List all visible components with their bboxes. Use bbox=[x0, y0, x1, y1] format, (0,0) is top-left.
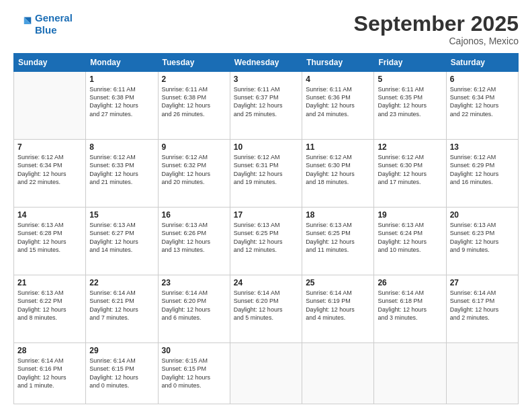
calendar-header: SundayMondayTuesdayWednesdayThursdayFrid… bbox=[14, 54, 519, 72]
month-title: September 2025 bbox=[354, 12, 519, 36]
day-number: 23 bbox=[162, 278, 226, 287]
day-number: 4 bbox=[306, 75, 370, 84]
calendar-cell: 16Sunrise: 6:13 AM Sunset: 6:26 PM Dayli… bbox=[158, 208, 230, 275]
calendar-cell: 19Sunrise: 6:13 AM Sunset: 6:24 PM Dayli… bbox=[374, 208, 446, 275]
cell-info: Sunrise: 6:14 AM Sunset: 6:15 PM Dayligh… bbox=[89, 357, 154, 390]
logo-icon bbox=[13, 15, 32, 34]
calendar-cell: 25Sunrise: 6:14 AM Sunset: 6:19 PM Dayli… bbox=[302, 275, 374, 343]
day-number: 18 bbox=[306, 210, 370, 220]
day-number: 7 bbox=[17, 142, 82, 152]
day-number: 15 bbox=[89, 210, 154, 220]
calendar-cell: 2Sunrise: 6:11 AM Sunset: 6:38 PM Daylig… bbox=[158, 72, 230, 140]
calendar-cell: 24Sunrise: 6:14 AM Sunset: 6:20 PM Dayli… bbox=[230, 275, 302, 343]
cell-info: Sunrise: 6:13 AM Sunset: 6:28 PM Dayligh… bbox=[17, 221, 82, 254]
day-number: 16 bbox=[162, 210, 226, 220]
weekday-header-tuesday: Tuesday bbox=[158, 54, 230, 72]
calendar-cell: 22Sunrise: 6:14 AM Sunset: 6:21 PM Dayli… bbox=[86, 275, 158, 343]
cell-info: Sunrise: 6:11 AM Sunset: 6:38 PM Dayligh… bbox=[162, 85, 226, 118]
calendar-cell: 30Sunrise: 6:15 AM Sunset: 6:15 PM Dayli… bbox=[158, 343, 230, 404]
cell-info: Sunrise: 6:14 AM Sunset: 6:17 PM Dayligh… bbox=[450, 289, 515, 322]
day-number: 1 bbox=[89, 75, 154, 84]
day-number: 21 bbox=[17, 278, 82, 287]
calendar-cell: 11Sunrise: 6:12 AM Sunset: 6:30 PM Dayli… bbox=[302, 140, 374, 208]
day-number: 8 bbox=[89, 142, 154, 152]
day-number: 2 bbox=[162, 75, 226, 84]
calendar-cell: 12Sunrise: 6:12 AM Sunset: 6:30 PM Dayli… bbox=[374, 140, 446, 208]
calendar-cell: 21Sunrise: 6:13 AM Sunset: 6:22 PM Dayli… bbox=[14, 275, 86, 343]
day-number: 19 bbox=[378, 210, 442, 220]
calendar-cell: 10Sunrise: 6:12 AM Sunset: 6:31 PM Dayli… bbox=[230, 140, 302, 208]
cell-info: Sunrise: 6:12 AM Sunset: 6:34 PM Dayligh… bbox=[450, 85, 515, 118]
day-number: 26 bbox=[378, 278, 442, 287]
day-number: 27 bbox=[450, 278, 515, 287]
header: General Blue September 2025 Cajonos, Mex… bbox=[13, 12, 519, 46]
calendar-cell: 1Sunrise: 6:11 AM Sunset: 6:38 PM Daylig… bbox=[86, 72, 158, 140]
cell-info: Sunrise: 6:11 AM Sunset: 6:37 PM Dayligh… bbox=[234, 85, 298, 118]
calendar-cell bbox=[302, 343, 374, 404]
day-number: 30 bbox=[162, 346, 226, 355]
cell-info: Sunrise: 6:13 AM Sunset: 6:27 PM Dayligh… bbox=[89, 221, 154, 254]
cell-info: Sunrise: 6:12 AM Sunset: 6:30 PM Dayligh… bbox=[378, 153, 442, 186]
logo-text: General Blue bbox=[35, 12, 73, 36]
calendar-cell bbox=[374, 343, 446, 404]
day-number: 12 bbox=[378, 142, 442, 152]
cell-info: Sunrise: 6:12 AM Sunset: 6:34 PM Dayligh… bbox=[17, 153, 82, 186]
day-number: 24 bbox=[234, 278, 298, 287]
weekday-header-wednesday: Wednesday bbox=[230, 54, 302, 72]
cell-info: Sunrise: 6:12 AM Sunset: 6:31 PM Dayligh… bbox=[234, 153, 298, 186]
title-block: September 2025 Cajonos, Mexico bbox=[354, 12, 519, 46]
page: General Blue September 2025 Cajonos, Mex… bbox=[0, 0, 532, 411]
day-number: 29 bbox=[89, 346, 154, 355]
day-number: 17 bbox=[234, 210, 298, 220]
weekday-header-monday: Monday bbox=[86, 54, 158, 72]
day-number: 22 bbox=[89, 278, 154, 287]
calendar-cell: 26Sunrise: 6:14 AM Sunset: 6:18 PM Dayli… bbox=[374, 275, 446, 343]
weekday-header-friday: Friday bbox=[374, 54, 446, 72]
day-number: 9 bbox=[162, 142, 226, 152]
cell-info: Sunrise: 6:14 AM Sunset: 6:16 PM Dayligh… bbox=[17, 357, 82, 390]
calendar-cell: 27Sunrise: 6:14 AM Sunset: 6:17 PM Dayli… bbox=[446, 275, 518, 343]
cell-info: Sunrise: 6:14 AM Sunset: 6:20 PM Dayligh… bbox=[162, 289, 226, 322]
calendar-cell: 23Sunrise: 6:14 AM Sunset: 6:20 PM Dayli… bbox=[158, 275, 230, 343]
calendar-table: SundayMondayTuesdayWednesdayThursdayFrid… bbox=[13, 53, 519, 404]
cell-info: Sunrise: 6:13 AM Sunset: 6:25 PM Dayligh… bbox=[234, 221, 298, 254]
calendar-cell: 15Sunrise: 6:13 AM Sunset: 6:27 PM Dayli… bbox=[86, 208, 158, 275]
day-number: 5 bbox=[378, 75, 442, 84]
calendar-cell: 28Sunrise: 6:14 AM Sunset: 6:16 PM Dayli… bbox=[14, 343, 86, 404]
week-row-3: 14Sunrise: 6:13 AM Sunset: 6:28 PM Dayli… bbox=[14, 208, 519, 275]
cell-info: Sunrise: 6:12 AM Sunset: 6:29 PM Dayligh… bbox=[450, 153, 515, 186]
cell-info: Sunrise: 6:12 AM Sunset: 6:32 PM Dayligh… bbox=[162, 153, 226, 186]
day-number: 20 bbox=[450, 210, 515, 220]
weekday-header-row: SundayMondayTuesdayWednesdayThursdayFrid… bbox=[14, 54, 519, 72]
calendar-cell: 6Sunrise: 6:12 AM Sunset: 6:34 PM Daylig… bbox=[446, 72, 518, 140]
calendar-cell: 5Sunrise: 6:11 AM Sunset: 6:35 PM Daylig… bbox=[374, 72, 446, 140]
logo: General Blue bbox=[13, 12, 73, 36]
cell-info: Sunrise: 6:13 AM Sunset: 6:25 PM Dayligh… bbox=[306, 221, 370, 254]
day-number: 3 bbox=[234, 75, 298, 84]
week-row-5: 28Sunrise: 6:14 AM Sunset: 6:16 PM Dayli… bbox=[14, 343, 519, 404]
week-row-4: 21Sunrise: 6:13 AM Sunset: 6:22 PM Dayli… bbox=[14, 275, 519, 343]
cell-info: Sunrise: 6:11 AM Sunset: 6:35 PM Dayligh… bbox=[378, 85, 442, 118]
day-number: 28 bbox=[17, 346, 82, 355]
cell-info: Sunrise: 6:11 AM Sunset: 6:36 PM Dayligh… bbox=[306, 85, 370, 118]
cell-info: Sunrise: 6:14 AM Sunset: 6:20 PM Dayligh… bbox=[234, 289, 298, 322]
week-row-1: 1Sunrise: 6:11 AM Sunset: 6:38 PM Daylig… bbox=[14, 72, 519, 140]
calendar-cell: 7Sunrise: 6:12 AM Sunset: 6:34 PM Daylig… bbox=[14, 140, 86, 208]
calendar-cell: 13Sunrise: 6:12 AM Sunset: 6:29 PM Dayli… bbox=[446, 140, 518, 208]
calendar-body: 1Sunrise: 6:11 AM Sunset: 6:38 PM Daylig… bbox=[14, 72, 519, 404]
location: Cajonos, Mexico bbox=[354, 36, 519, 46]
calendar-cell: 18Sunrise: 6:13 AM Sunset: 6:25 PM Dayli… bbox=[302, 208, 374, 275]
weekday-header-sunday: Sunday bbox=[14, 54, 86, 72]
cell-info: Sunrise: 6:14 AM Sunset: 6:18 PM Dayligh… bbox=[378, 289, 442, 322]
calendar-cell: 9Sunrise: 6:12 AM Sunset: 6:32 PM Daylig… bbox=[158, 140, 230, 208]
cell-info: Sunrise: 6:12 AM Sunset: 6:30 PM Dayligh… bbox=[306, 153, 370, 186]
calendar-cell: 29Sunrise: 6:14 AM Sunset: 6:15 PM Dayli… bbox=[86, 343, 158, 404]
cell-info: Sunrise: 6:13 AM Sunset: 6:24 PM Dayligh… bbox=[378, 221, 442, 254]
cell-info: Sunrise: 6:14 AM Sunset: 6:21 PM Dayligh… bbox=[89, 289, 154, 322]
day-number: 11 bbox=[306, 142, 370, 152]
calendar-cell bbox=[230, 343, 302, 404]
day-number: 6 bbox=[450, 75, 515, 84]
logo-general: General bbox=[35, 12, 73, 24]
calendar-cell: 14Sunrise: 6:13 AM Sunset: 6:28 PM Dayli… bbox=[14, 208, 86, 275]
cell-info: Sunrise: 6:13 AM Sunset: 6:26 PM Dayligh… bbox=[162, 221, 226, 254]
